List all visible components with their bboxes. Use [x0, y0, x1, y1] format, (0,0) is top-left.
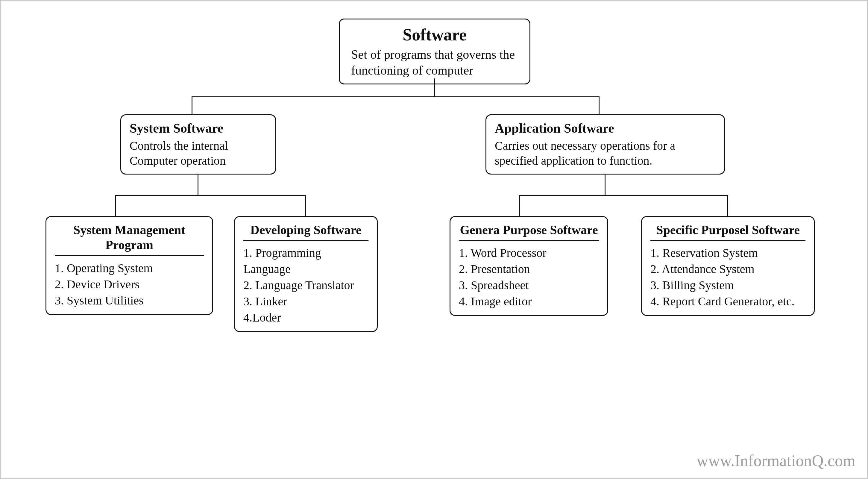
- list-item: 4.Loder: [243, 309, 368, 326]
- connector: [604, 174, 606, 195]
- node-system-management: System Management Program 1. Operating S…: [45, 216, 213, 315]
- connector: [305, 195, 306, 216]
- list-item: 1. Word Processor: [459, 245, 599, 261]
- node-system-management-list: 1. Operating System 2. Device Drivers 3.…: [55, 260, 204, 309]
- node-specific-purpose: Specific Purposel Software 1. Reservatio…: [641, 216, 815, 316]
- connector: [191, 96, 192, 114]
- node-application-software-desc: Carries out necessary operations for a s…: [495, 138, 716, 168]
- connector: [519, 195, 520, 216]
- connector: [599, 96, 599, 114]
- connector: [434, 79, 435, 96]
- node-system-software: System Software Controls the internal Co…: [120, 114, 276, 175]
- node-general-purpose-title: Genera Purpose Software: [459, 222, 599, 241]
- node-software-desc: Set of programs that governs the functio…: [348, 47, 521, 78]
- node-developing-software-title: Developing Software: [243, 222, 368, 241]
- connector: [191, 96, 599, 97]
- node-application-software-title: Application Software: [495, 121, 716, 137]
- node-software: Software Set of programs that governs th…: [339, 19, 530, 84]
- list-item: 3. System Utilities: [55, 293, 204, 309]
- connector: [115, 195, 116, 216]
- connector: [727, 195, 728, 216]
- node-specific-purpose-list: 1. Reservation System 2. Attendance Syst…: [650, 245, 805, 309]
- node-system-software-title: System Software: [130, 121, 267, 137]
- node-general-purpose-list: 1. Word Processor 2. Presentation 3. Spr…: [459, 245, 599, 309]
- node-developing-software: Developing Software 1. Programming Langu…: [234, 216, 378, 332]
- connector: [197, 174, 198, 195]
- list-item: 2. Attendance System: [650, 261, 805, 277]
- list-item: 1. Programming Language: [243, 245, 368, 277]
- diagram-canvas: Software Set of programs that governs th…: [0, 0, 868, 479]
- list-item: 2. Device Drivers: [55, 276, 204, 293]
- node-software-title: Software: [348, 25, 521, 45]
- node-general-purpose: Genera Purpose Software 1. Word Processo…: [450, 216, 608, 316]
- node-system-software-desc: Controls the internal Computer operation: [130, 138, 267, 168]
- list-item: 4. Report Card Generator, etc.: [650, 293, 805, 309]
- node-specific-purpose-title: Specific Purposel Software: [650, 222, 805, 241]
- watermark-text: www.InformationQ.com: [697, 451, 856, 470]
- node-system-management-title: System Management Program: [55, 222, 204, 256]
- list-item: 1. Reservation System: [650, 245, 805, 261]
- list-item: 4. Image editor: [459, 293, 599, 309]
- node-application-software: Application Software Carries out necessa…: [486, 114, 725, 175]
- list-item: 3. Billing System: [650, 277, 805, 293]
- node-developing-software-list: 1. Programming Language 2. Language Tran…: [243, 245, 368, 326]
- connector: [519, 195, 728, 196]
- list-item: 1. Operating System: [55, 260, 204, 276]
- list-item: 2. Presentation: [459, 261, 599, 277]
- list-item: 2. Language Translator: [243, 277, 368, 293]
- connector: [115, 195, 306, 196]
- list-item: 3. Linker: [243, 293, 368, 309]
- list-item: 3. Spreadsheet: [459, 277, 599, 293]
